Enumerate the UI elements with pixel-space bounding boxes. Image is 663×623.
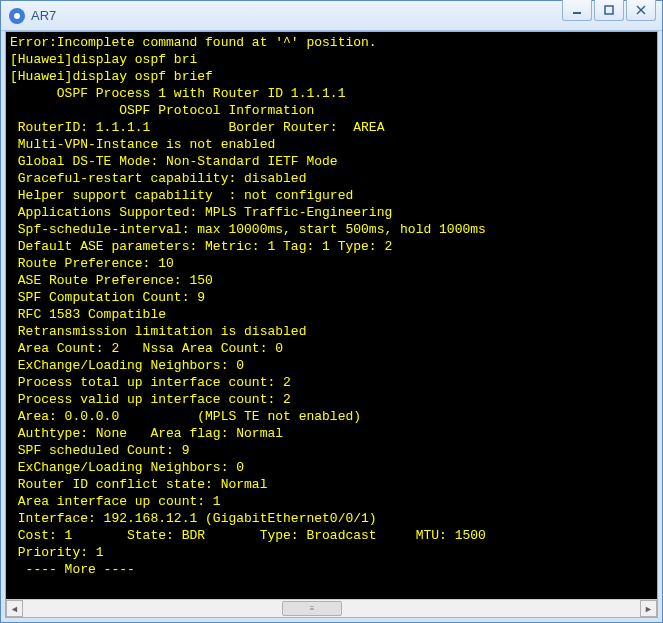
window-title: AR7 (31, 8, 654, 23)
minimize-icon (571, 4, 583, 16)
terminal-line: OSPF Protocol Information (10, 102, 653, 119)
terminal-line: Applications Supported: MPLS Traffic-Eng… (10, 204, 653, 221)
terminal-line: Route Preference: 10 (10, 255, 653, 272)
close-icon (635, 4, 647, 16)
terminal-line: Process valid up interface count: 2 (10, 391, 653, 408)
terminal-line: Interface: 192.168.12.1 (GigabitEthernet… (10, 510, 653, 527)
window-controls (562, 0, 656, 21)
scroll-left-button[interactable]: ◄ (6, 600, 23, 617)
terminal-line: Process total up interface count: 2 (10, 374, 653, 391)
terminal-line: ExChange/Loading Neighbors: 0 (10, 459, 653, 476)
horizontal-scrollbar[interactable]: ◄ ≡ ► (6, 599, 657, 617)
terminal-line: Multi-VPN-Instance is not enabled (10, 136, 653, 153)
terminal-line: Retransmission limitation is disabled (10, 323, 653, 340)
terminal-line: Global DS-TE Mode: Non-Standard IETF Mod… (10, 153, 653, 170)
terminal-line: SPF scheduled Count: 9 (10, 442, 653, 459)
terminal-line: Default ASE parameters: Metric: 1 Tag: 1… (10, 238, 653, 255)
terminal-line: Graceful-restart capability: disabled (10, 170, 653, 187)
scroll-track[interactable]: ≡ (23, 600, 640, 617)
terminal-line: RFC 1583 Compatible (10, 306, 653, 323)
close-button[interactable] (626, 0, 656, 21)
svg-rect-1 (605, 6, 613, 14)
maximize-icon (603, 4, 615, 16)
terminal-output[interactable]: Error:Incomplete command found at '^' po… (6, 32, 657, 599)
terminal-line: [Huawei]display ospf brief (10, 68, 653, 85)
maximize-button[interactable] (594, 0, 624, 21)
terminal-container: Error:Incomplete command found at '^' po… (5, 31, 658, 618)
terminal-line: ASE Route Preference: 150 (10, 272, 653, 289)
terminal-line: RouterID: 1.1.1.1 Border Router: AREA (10, 119, 653, 136)
terminal-line: ---- More ---- (10, 561, 653, 578)
app-icon (9, 8, 25, 24)
terminal-line: Error:Incomplete command found at '^' po… (10, 34, 653, 51)
app-window: AR7 Error:Incomplete command found at '^… (0, 0, 663, 623)
terminal-line: OSPF Process 1 with Router ID 1.1.1.1 (10, 85, 653, 102)
terminal-line: Priority: 1 (10, 544, 653, 561)
terminal-line: Area interface up count: 1 (10, 493, 653, 510)
terminal-line: ExChange/Loading Neighbors: 0 (10, 357, 653, 374)
terminal-line: Router ID conflict state: Normal (10, 476, 653, 493)
terminal-line: Area: 0.0.0.0 (MPLS TE not enabled) (10, 408, 653, 425)
minimize-button[interactable] (562, 0, 592, 21)
scroll-right-button[interactable]: ► (640, 600, 657, 617)
terminal-line: Area Count: 2 Nssa Area Count: 0 (10, 340, 653, 357)
terminal-line: [Huawei]display ospf bri (10, 51, 653, 68)
terminal-line: Helper support capability : not configur… (10, 187, 653, 204)
terminal-line: SPF Computation Count: 9 (10, 289, 653, 306)
scroll-thumb[interactable]: ≡ (282, 601, 342, 616)
terminal-line: Authtype: None Area flag: Normal (10, 425, 653, 442)
terminal-line: Spf-schedule-interval: max 10000ms, star… (10, 221, 653, 238)
terminal-line: Cost: 1 State: BDR Type: Broadcast MTU: … (10, 527, 653, 544)
